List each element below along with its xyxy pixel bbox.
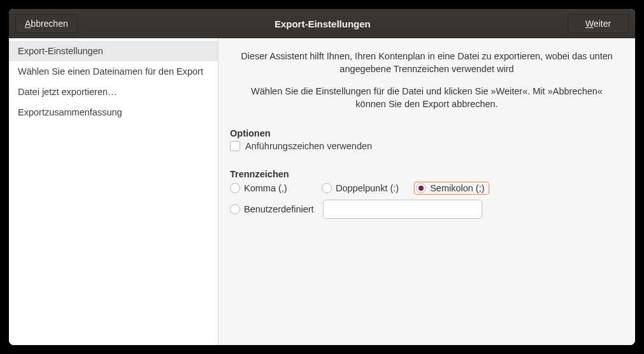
separator-comma-label: Komma (,) — [244, 183, 287, 193]
next-mnemonic: W — [585, 18, 594, 29]
separator-colon-radio[interactable]: Doppelpunkt (:) — [322, 183, 399, 193]
window-title: Export-Einstellungen — [78, 18, 568, 29]
radio-icon — [230, 183, 240, 193]
cancel-button[interactable]: Abbrechen — [15, 14, 78, 33]
separator-custom-radio[interactable]: Benutzerdefiniert — [230, 204, 314, 214]
cancel-mnemonic: A — [25, 18, 31, 29]
separator-custom-input[interactable] — [323, 200, 482, 219]
step-export-settings[interactable]: Export-Einstellungen — [9, 41, 218, 61]
separator-comma-radio[interactable]: Komma (,) — [230, 183, 306, 193]
separator-semicolon-radio[interactable]: Semikolon (;) — [414, 182, 489, 195]
use-quotes-label: Anführungszeichen verwenden — [245, 141, 372, 151]
separator-colon-label: Doppelpunkt (:) — [336, 183, 399, 193]
next-button[interactable]: Weiter — [568, 14, 629, 33]
radio-icon — [322, 183, 332, 193]
separator-custom-label: Benutzerdefiniert — [244, 204, 314, 214]
intro-paragraph-1: Dieser Assistent hilft Ihnen, Ihren Kont… — [236, 50, 617, 76]
wizard-steps-sidebar: Export-Einstellungen Wählen Sie einen Da… — [9, 38, 218, 345]
step-summary[interactable]: Exportzusammenfassung — [9, 102, 218, 122]
radio-icon — [230, 204, 240, 214]
checkbox-icon — [230, 141, 240, 151]
separator-semicolon-label: Semikolon (;) — [430, 183, 484, 193]
options-heading: Optionen — [230, 128, 624, 138]
step-export-now[interactable]: Datei jetzt exportieren… — [9, 82, 218, 102]
cancel-rest: bbrechen — [31, 18, 68, 29]
intro-text: Dieser Assistent hilft Ihnen, Ihren Kont… — [230, 50, 624, 110]
use-quotes-checkbox[interactable]: Anführungszeichen verwenden — [230, 141, 624, 151]
separator-radio-group: Komma (,) Doppelpunkt (:) Semikolon (;) … — [230, 182, 624, 219]
separators-heading: Trennzeichen — [230, 169, 624, 179]
titlebar: Abbrechen Export-Einstellungen Weiter — [9, 9, 635, 38]
next-rest: eiter — [594, 18, 611, 29]
export-settings-window: Abbrechen Export-Einstellungen Weiter Ex… — [9, 9, 635, 345]
window-body: Export-Einstellungen Wählen Sie einen Da… — [9, 38, 635, 345]
radio-icon — [416, 183, 426, 193]
intro-paragraph-2: Wählen Sie die Einstellungen für die Dat… — [236, 85, 617, 111]
step-choose-filename[interactable]: Wählen Sie einen Dateinamen für den Expo… — [9, 61, 218, 82]
main-panel: Dieser Assistent hilft Ihnen, Ihren Kont… — [218, 38, 635, 345]
